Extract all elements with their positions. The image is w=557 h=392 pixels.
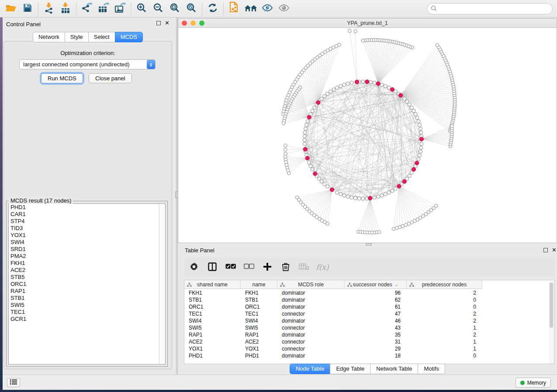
graph-node[interactable] bbox=[329, 90, 332, 93]
table-row[interactable]: YOX1YOX1connector291 bbox=[184, 345, 482, 352]
graph-node[interactable] bbox=[336, 86, 339, 89]
table-cell[interactable]: 47 bbox=[345, 310, 407, 317]
graph-node[interactable] bbox=[419, 127, 422, 131]
graph-node[interactable] bbox=[361, 80, 365, 83]
graph-node[interactable] bbox=[387, 191, 391, 194]
column-header-MCDS-role[interactable]: MCDS role bbox=[277, 280, 345, 289]
graph-node[interactable] bbox=[313, 106, 316, 110]
graph-node[interactable] bbox=[417, 157, 420, 161]
table-row[interactable]: TEC1TEC1connector472 bbox=[184, 310, 482, 317]
graph-node[interactable] bbox=[303, 134, 306, 138]
zoom-selected-button[interactable] bbox=[183, 2, 200, 16]
graph-node[interactable] bbox=[325, 185, 329, 188]
mcds-result-item[interactable]: ACE2 bbox=[9, 267, 165, 274]
table-cell[interactable]: STB1 bbox=[241, 296, 277, 303]
table-cell[interactable]: 2 bbox=[407, 317, 482, 324]
table-cell[interactable]: 31 bbox=[345, 338, 407, 345]
graph-hub-node[interactable] bbox=[415, 161, 419, 165]
run-mcds-button[interactable]: Run MCDS bbox=[41, 73, 83, 83]
graph-hub-node[interactable] bbox=[303, 147, 307, 151]
graph-node[interactable] bbox=[339, 84, 343, 88]
float-panel-icon[interactable] bbox=[543, 248, 548, 252]
table-cell[interactable]: TEC1 bbox=[241, 310, 277, 317]
mcds-result-item[interactable]: PHD1 bbox=[9, 204, 165, 211]
graph-node[interactable] bbox=[419, 146, 423, 150]
column-header-predecessor-nodes[interactable]: predecessor nodes bbox=[407, 280, 482, 289]
network-graph-canvas[interactable] bbox=[178, 28, 557, 243]
show-columns-button[interactable] bbox=[203, 259, 221, 275]
graph-leaf-node[interactable] bbox=[395, 227, 398, 230]
table-cell[interactable]: 1 bbox=[407, 324, 482, 331]
horizontal-splitter[interactable] bbox=[178, 243, 557, 246]
table-cell[interactable]: FKH1 bbox=[241, 289, 277, 296]
column-header-shared-name[interactable]: shared name bbox=[184, 280, 241, 289]
table-cell[interactable]: SWI4 bbox=[241, 317, 277, 324]
table-cell[interactable]: connector bbox=[277, 324, 345, 331]
graph-hub-node[interactable] bbox=[330, 188, 334, 192]
table-cell[interactable]: 2 bbox=[407, 310, 482, 317]
mcds-result-item[interactable]: CAR1 bbox=[9, 211, 165, 218]
graph-leaf-node[interactable] bbox=[434, 204, 438, 208]
graph-leaf-node[interactable] bbox=[287, 172, 291, 175]
graph-node[interactable] bbox=[303, 142, 306, 146]
graph-node[interactable] bbox=[384, 84, 387, 88]
graph-node[interactable] bbox=[311, 168, 314, 171]
table-cell[interactable]: 0 bbox=[407, 303, 482, 310]
table-row[interactable]: PHD1PHD1dominator180 bbox=[184, 352, 482, 359]
graph-node[interactable] bbox=[420, 142, 423, 146]
table-scrollbar-thumb[interactable] bbox=[550, 282, 553, 328]
graph-node[interactable] bbox=[305, 123, 308, 127]
graph-node[interactable] bbox=[384, 193, 387, 196]
tab-network[interactable]: Network bbox=[33, 32, 65, 42]
apply-layout-button[interactable] bbox=[204, 2, 221, 16]
table-cell[interactable]: 61 bbox=[345, 303, 407, 310]
graph-node[interactable] bbox=[343, 83, 346, 86]
network-graph[interactable] bbox=[178, 28, 557, 243]
mcds-result-item[interactable]: TEC1 bbox=[9, 309, 165, 316]
table-cell[interactable]: RAP1 bbox=[184, 331, 241, 338]
table-cell[interactable]: YOX1 bbox=[241, 345, 277, 352]
graph-hub-node[interactable] bbox=[399, 93, 403, 97]
table-cell[interactable]: 35 bbox=[345, 331, 407, 338]
tab-select[interactable]: Select bbox=[88, 32, 115, 42]
graph-node[interactable] bbox=[369, 80, 373, 84]
mcds-result-item[interactable]: FKH1 bbox=[9, 260, 165, 267]
column-header-name[interactable]: name bbox=[241, 280, 277, 289]
tab-style[interactable]: Style bbox=[65, 32, 89, 42]
graph-leaf-node[interactable] bbox=[348, 29, 352, 33]
export-table-button[interactable] bbox=[95, 2, 112, 16]
table-cell[interactable]: 43 bbox=[345, 324, 407, 331]
mcds-result-item[interactable]: ORC1 bbox=[9, 281, 165, 288]
select-all-rows-button[interactable] bbox=[221, 259, 240, 275]
table-cell[interactable]: RAP1 bbox=[241, 331, 277, 338]
mcds-result-item[interactable]: YOX1 bbox=[9, 232, 165, 239]
graph-node[interactable] bbox=[306, 120, 309, 123]
table-cell[interactable]: 2 bbox=[407, 289, 482, 296]
export-network-button[interactable] bbox=[79, 2, 95, 16]
graph-hub-node[interactable] bbox=[419, 137, 423, 141]
table-cell[interactable]: 1 bbox=[407, 338, 482, 345]
zoom-out-button[interactable] bbox=[150, 2, 166, 16]
graph-hub-node[interactable] bbox=[313, 172, 317, 175]
hide-selected-button[interactable] bbox=[259, 2, 276, 16]
graph-node[interactable] bbox=[380, 83, 384, 86]
graph-node[interactable] bbox=[410, 106, 413, 110]
mcds-result-item[interactable]: GCR1 bbox=[9, 316, 165, 323]
graph-node[interactable] bbox=[418, 123, 421, 127]
table-cell[interactable]: dominator bbox=[277, 317, 345, 324]
graph-node[interactable] bbox=[377, 195, 380, 198]
table-cell[interactable]: 0 bbox=[407, 352, 482, 359]
graph-node[interactable] bbox=[323, 94, 326, 98]
graph-node[interactable] bbox=[394, 187, 397, 190]
graph-leaf-node[interactable] bbox=[282, 122, 285, 125]
show-all-button[interactable] bbox=[276, 2, 292, 16]
graph-hub-node[interactable] bbox=[307, 115, 311, 119]
table-row[interactable]: ORC1ORC1dominator610 bbox=[184, 303, 482, 310]
mcds-result-item[interactable]: PMA2 bbox=[9, 253, 165, 260]
table-cell[interactable]: 29 bbox=[345, 345, 407, 352]
graph-node[interactable] bbox=[339, 193, 343, 196]
graph-node[interactable] bbox=[391, 189, 394, 193]
table-cell[interactable]: STB1 bbox=[184, 296, 241, 303]
table-cell[interactable]: SWI5 bbox=[184, 324, 241, 331]
table-cell[interactable]: YOX1 bbox=[184, 345, 241, 352]
